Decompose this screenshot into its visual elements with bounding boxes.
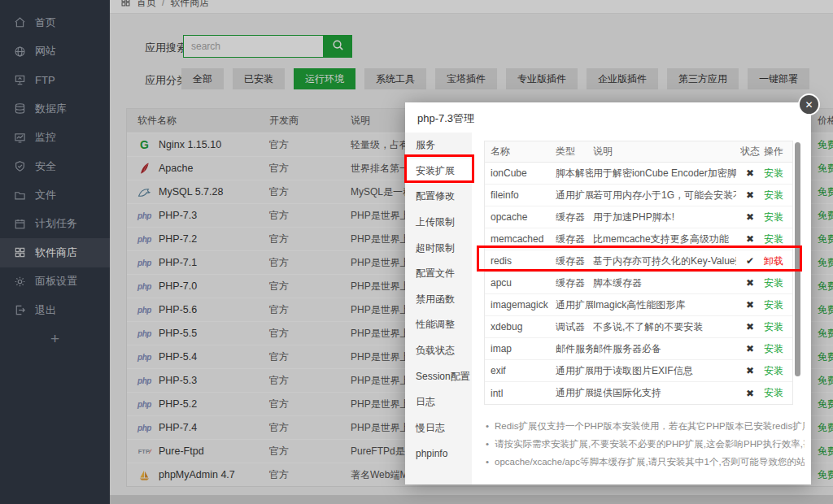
not-installed-x-icon: ✖ bbox=[736, 343, 764, 354]
extension-description: 用于解密ionCube Encoder加密脚本! bbox=[593, 167, 736, 180]
modal-menu-item[interactable]: 服务 bbox=[405, 133, 472, 159]
extension-type: 缓存器 bbox=[556, 211, 593, 224]
extension-name: opcache bbox=[491, 211, 556, 223]
php-manage-modal: php-7.3管理 ✕ 服务安装扩展配置修改上传限制超时限制配置文件禁用函数性能… bbox=[405, 102, 811, 484]
not-installed-x-icon: ✖ bbox=[736, 365, 764, 376]
extension-row: imap邮件服务邮件服务器必备✖安装 bbox=[485, 338, 792, 360]
install-link[interactable]: 安装 bbox=[764, 342, 795, 356]
extension-row: ionCube脚本解密用于解密ionCube Encoder加密脚本!✖安装 bbox=[485, 163, 792, 185]
extension-type: 通用扩展 bbox=[556, 298, 593, 312]
extension-description: 基于内存亦可持久化的Key-Value数据库 bbox=[593, 254, 736, 268]
install-link[interactable]: 安装 bbox=[764, 298, 795, 312]
not-installed-x-icon: ✖ bbox=[736, 388, 764, 399]
col-ext-desc: 说明 bbox=[593, 145, 736, 159]
scrollbar-thumb[interactable] bbox=[795, 142, 800, 376]
note-line: •请按实际需求安装扩展,不要安装不必要的PHP扩展,这会影响PHP执行效率,甚至… bbox=[486, 435, 805, 453]
extension-type: 调试器 bbox=[556, 320, 593, 334]
extension-description: 邮件服务器必备 bbox=[593, 342, 736, 356]
install-link[interactable]: 安装 bbox=[764, 364, 795, 378]
close-icon[interactable]: ✕ bbox=[798, 93, 820, 115]
extension-description: 提供国际化支持 bbox=[593, 386, 736, 400]
note-text: opcache/xcache/apc等脚本缓存扩展,请只安装其中1个,否则可能导… bbox=[495, 453, 805, 471]
extension-row: xdebug调试器不多说,不了解的不要安装✖安装 bbox=[485, 316, 792, 338]
extension-name: exif bbox=[491, 365, 556, 376]
extension-description: 脚本缓存器 bbox=[593, 276, 736, 290]
extension-row: opcache缓存器用于加速PHP脚本!✖安装 bbox=[485, 206, 792, 228]
extension-type: 通用扩展 bbox=[556, 189, 593, 202]
install-link[interactable]: 安装 bbox=[764, 276, 795, 290]
extension-type: 缓存器 bbox=[556, 276, 593, 290]
not-installed-x-icon: ✖ bbox=[736, 189, 764, 201]
modal-menu-item[interactable]: phpinfo bbox=[405, 441, 472, 467]
note-line: •opcache/xcache/apc等脚本缓存扩展,请只安装其中1个,否则可能… bbox=[486, 453, 805, 471]
bullet-icon: • bbox=[486, 435, 489, 453]
modal-menu-item[interactable]: 慢日志 bbox=[405, 415, 472, 441]
modal-title: php-7.3管理 bbox=[417, 102, 474, 133]
extension-description: 比memcache支持更多高级功能 bbox=[593, 232, 736, 246]
col-ext-name: 名称 bbox=[491, 145, 556, 159]
extension-row: memcached缓存器比memcache支持更多高级功能✖安装 bbox=[485, 228, 792, 250]
extension-name: ionCube bbox=[491, 167, 556, 179]
note-text: Redis扩展仅支持一个PHP版本安装使用，若在其它PHP版本已安装redis扩… bbox=[495, 417, 805, 435]
extension-description: Imagick高性能图形库 bbox=[593, 298, 736, 312]
bullet-icon: • bbox=[486, 453, 489, 471]
extension-type: 通用扩展 bbox=[556, 386, 593, 400]
not-installed-x-icon: ✖ bbox=[736, 233, 764, 245]
modal-menu-item[interactable]: Session配置 bbox=[405, 363, 472, 389]
extension-name: imagemagick bbox=[491, 299, 556, 311]
extension-type: 通用扩展 bbox=[556, 364, 593, 378]
install-link[interactable]: 安装 bbox=[764, 386, 795, 400]
installed-check-icon: ✔ bbox=[736, 255, 764, 267]
not-installed-x-icon: ✖ bbox=[736, 277, 764, 289]
col-ext-status: 状态 bbox=[736, 145, 764, 159]
col-ext-type: 类型 bbox=[556, 145, 593, 159]
extension-row: apcu缓存器脚本缓存器✖安装 bbox=[485, 272, 792, 294]
extension-name: apcu bbox=[491, 277, 556, 289]
extension-description: 不多说,不了解的不要安装 bbox=[593, 320, 736, 334]
modal-menu-item[interactable]: 安装扩展 bbox=[405, 159, 472, 185]
extension-type: 脚本解密 bbox=[556, 167, 593, 180]
extension-row: imagemagick通用扩展Imagick高性能图形库✖安装 bbox=[485, 294, 792, 316]
extension-row: redis缓存器基于内存亦可持久化的Key-Value数据库✔卸载 bbox=[485, 250, 792, 272]
modal-menu-item[interactable]: 配置文件 bbox=[405, 261, 472, 287]
modal-menu-item[interactable]: 上传限制 bbox=[405, 210, 472, 236]
extension-type: 缓存器 bbox=[556, 232, 593, 246]
not-installed-x-icon: ✖ bbox=[736, 211, 764, 223]
extension-name: redis bbox=[491, 255, 556, 267]
bt-panel-app: 首页网站FTP数据库监控安全文件计划任务软件商店面板设置退出 + 首页 / 软件… bbox=[0, 0, 833, 504]
extension-description: 用于读取图片EXIF信息 bbox=[593, 364, 736, 378]
bullet-icon: • bbox=[486, 417, 489, 435]
modal-menu-item[interactable]: 性能调整 bbox=[405, 312, 472, 338]
extension-name: imap bbox=[491, 343, 556, 354]
extension-name: xdebug bbox=[491, 321, 556, 332]
extension-description: 若可用内存小于1G，可能会安装不上 bbox=[593, 189, 736, 202]
modal-menu-item[interactable]: 负载状态 bbox=[405, 338, 472, 364]
extension-row: fileinfo通用扩展若可用内存小于1G，可能会安装不上✖安装 bbox=[485, 185, 792, 206]
modal-menu-item[interactable]: 禁用函数 bbox=[405, 287, 472, 313]
extension-type: 缓存器 bbox=[556, 254, 593, 268]
uninstall-link[interactable]: 卸载 bbox=[764, 254, 795, 268]
modal-menu-item[interactable]: 超时限制 bbox=[405, 235, 472, 261]
install-link[interactable]: 安装 bbox=[764, 320, 795, 334]
install-link[interactable]: 安装 bbox=[764, 167, 795, 180]
modal-menu-item[interactable]: 日志 bbox=[405, 389, 472, 415]
extension-row: exif通用扩展用于读取图片EXIF信息✖安装 bbox=[485, 360, 792, 382]
install-link[interactable]: 安装 bbox=[764, 211, 795, 224]
extension-name: fileinfo bbox=[491, 189, 556, 201]
extensions-table: 名称 类型 说明 状态 操作 ionCube脚本解密用于解密ionCube En… bbox=[484, 141, 793, 405]
extensions-table-body: ionCube脚本解密用于解密ionCube Encoder加密脚本!✖安装fi… bbox=[485, 163, 792, 404]
col-ext-action: 操作 bbox=[764, 145, 795, 159]
not-installed-x-icon: ✖ bbox=[736, 321, 764, 332]
extension-type: 邮件服务 bbox=[556, 342, 593, 356]
install-link[interactable]: 安装 bbox=[764, 189, 795, 202]
extension-name: memcached bbox=[491, 233, 556, 245]
extension-row: intl通用扩展提供国际化支持✖安装 bbox=[485, 382, 792, 404]
not-installed-x-icon: ✖ bbox=[736, 299, 764, 311]
not-installed-x-icon: ✖ bbox=[736, 167, 764, 179]
extensions-table-header: 名称 类型 说明 状态 操作 bbox=[485, 141, 792, 163]
note-line: •Redis扩展仅支持一个PHP版本安装使用，若在其它PHP版本已安装redis… bbox=[486, 417, 805, 435]
install-link[interactable]: 安装 bbox=[764, 232, 795, 246]
modal-menu-item[interactable]: 配置修改 bbox=[405, 184, 472, 210]
note-text: 请按实际需求安装扩展,不要安装不必要的PHP扩展,这会影响PHP执行效率,甚至出… bbox=[495, 435, 805, 453]
extension-name: intl bbox=[491, 388, 556, 399]
